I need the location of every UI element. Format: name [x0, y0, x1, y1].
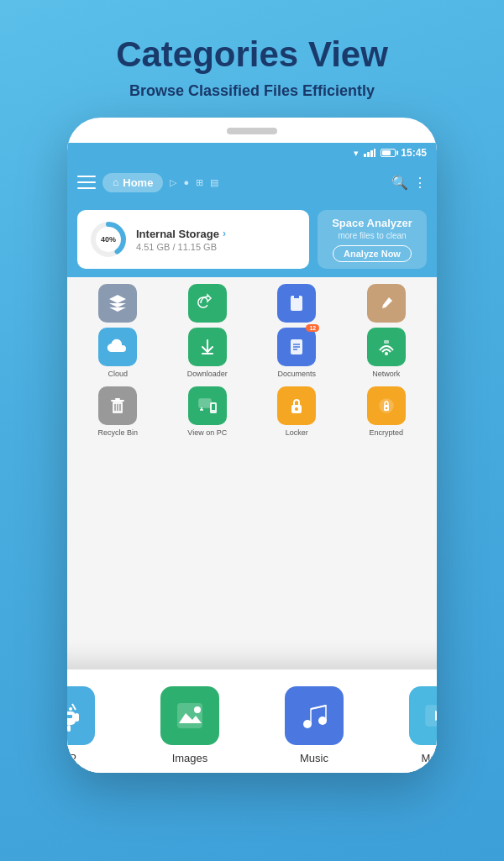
inner-categories-row1: Cloud Downloader: [67, 323, 437, 383]
svg-rect-19: [212, 404, 215, 410]
list-item[interactable]: Images: [133, 686, 247, 764]
signal-icon: [364, 149, 375, 157]
downloader-icon-box: [188, 328, 227, 366]
music-label: Music: [300, 752, 328, 764]
list-item[interactable]: Movies: [381, 686, 437, 764]
music-icon-box: [285, 686, 344, 745]
list-item[interactable]: View on PC: [165, 386, 250, 437]
clean-icon-box: [367, 284, 406, 323]
storage-donut: 40%: [89, 220, 128, 259]
app-screen: ▾ 15:45 ⌂ Home: [67, 143, 437, 773]
top-icons-row: [67, 277, 437, 323]
nav-breadcrumb-circle: ●: [183, 177, 189, 187]
network-label: Network: [372, 370, 400, 378]
list-item[interactable]: [344, 284, 429, 323]
page-subtitle: Browse Classified Files Efficiently: [17, 82, 487, 100]
home-pill[interactable]: ⌂ Home: [102, 173, 163, 192]
nav-breadcrumb-grid: ⊞: [196, 177, 203, 188]
svg-point-9: [385, 352, 388, 355]
svg-rect-4: [202, 353, 213, 354]
analyze-now-button[interactable]: Analyze Now: [333, 245, 412, 262]
recycle-bin-icon-box: [98, 386, 137, 425]
hamburger-icon[interactable]: [77, 176, 96, 189]
nav-breadcrumb-list: ▤: [210, 177, 218, 188]
documents-icon-box: 12: [277, 328, 316, 366]
recycle-bin-label: Recycle Bin: [97, 428, 138, 437]
svg-point-26: [386, 407, 387, 409]
documents-badge: 12: [306, 324, 319, 332]
phone-frame: ▾ 15:45 ⌂ Home: [67, 118, 437, 773]
svg-rect-17: [199, 399, 211, 407]
refresh-icon-box: [188, 284, 227, 323]
movies-label: Movies: [421, 752, 437, 764]
images-label: Images: [172, 752, 208, 764]
list-item[interactable]: Encrypted: [344, 386, 429, 437]
storage-card[interactable]: 40% Internal Storage › 4.51 GB / 11.15 G…: [77, 210, 309, 269]
svg-rect-37: [67, 715, 72, 718]
list-item[interactable]: 12 Documents: [255, 328, 339, 378]
list-item[interactable]: Downloader: [165, 328, 250, 378]
svg-point-39: [194, 706, 201, 713]
svg-point-23: [295, 407, 298, 411]
list-item[interactable]: [165, 284, 250, 323]
list-item[interactable]: Recycle Bin: [76, 386, 160, 437]
list-item[interactable]: APP: [67, 686, 123, 764]
app-icon-box: [67, 686, 95, 745]
svg-rect-13: [115, 398, 120, 400]
view-on-pc-icon-box: [188, 386, 227, 425]
encrypted-icon-box: [367, 386, 406, 425]
nav-breadcrumb-arrow: ▷: [170, 177, 176, 188]
storage-arrow-icon: ›: [223, 228, 226, 239]
list-item[interactable]: Locker: [255, 386, 339, 437]
view-on-pc-label: View on PC: [187, 428, 227, 437]
svg-point-40: [303, 720, 312, 728]
nav-bar: ⌂ Home ▷ ● ⊞ ▤ 🔍 ⋮: [67, 163, 437, 202]
images-icon-box: [160, 686, 219, 745]
storage-title: Internal Storage ›: [136, 228, 297, 240]
svg-rect-10: [384, 340, 389, 344]
cloud-icon-box: [98, 328, 137, 366]
svg-rect-12: [111, 400, 124, 402]
list-item[interactable]: Network: [344, 328, 429, 378]
layers-icon-box: [98, 284, 137, 323]
zip-icon-box: [277, 284, 316, 323]
app-label: APP: [67, 752, 76, 764]
svg-rect-3: [294, 296, 299, 298]
svg-point-41: [318, 717, 327, 725]
status-bar: ▾ 15:45: [67, 143, 437, 163]
svg-line-42: [311, 706, 326, 709]
downloader-label: Downloader: [187, 370, 228, 378]
space-analyzer-card: Space Analyzer more files to clean Analy…: [318, 210, 427, 269]
svg-rect-31: [75, 713, 79, 722]
svg-marker-44: [435, 711, 437, 721]
encrypted-label: Encrypted: [369, 428, 403, 437]
storage-section: 40% Internal Storage › 4.51 GB / 11.15 G…: [67, 202, 437, 277]
battery-icon: [381, 149, 396, 157]
list-item[interactable]: Cloud: [76, 328, 160, 378]
page-title: Categories View: [17, 34, 487, 76]
svg-rect-33: [67, 725, 71, 732]
svg-point-28: [69, 707, 72, 711]
list-item[interactable]: Music: [257, 686, 371, 764]
header-section: Categories View Browse Classified Files …: [0, 0, 504, 117]
status-time: 15:45: [401, 147, 427, 159]
locker-icon-box: [277, 386, 316, 425]
svg-line-35: [72, 704, 76, 710]
popup-overlay: APP Images: [67, 669, 437, 773]
sa-title: Space Analyzer: [332, 217, 412, 229]
search-icon[interactable]: 🔍: [391, 175, 408, 191]
nav-actions: 🔍 ⋮: [391, 175, 427, 191]
home-label: Home: [123, 176, 153, 189]
home-icon: ⌂: [113, 176, 118, 188]
sa-subtitle: more files to clean: [338, 231, 406, 240]
more-icon[interactable]: ⋮: [413, 175, 427, 191]
popup-grid: APP Images: [67, 686, 437, 764]
list-item[interactable]: [255, 284, 339, 323]
list-item[interactable]: [76, 284, 160, 323]
inner-categories-row2: Recycle Bin View on PC: [67, 383, 437, 440]
cloud-label: Cloud: [108, 370, 128, 378]
storage-percent: 40%: [101, 235, 116, 244]
phone-speaker: [227, 128, 277, 134]
storage-info: Internal Storage › 4.51 GB / 11.15 GB: [136, 228, 297, 252]
network-icon-box: [367, 328, 406, 366]
